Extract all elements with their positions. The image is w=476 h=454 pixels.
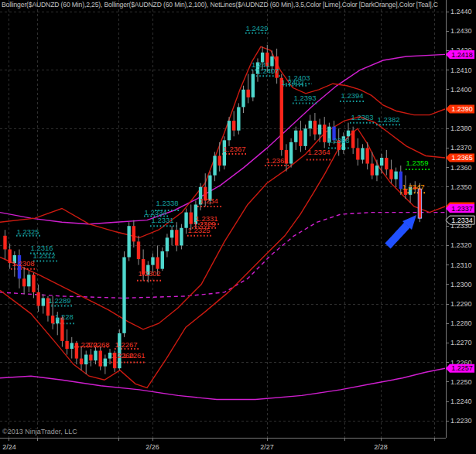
netline-label-teal: 1.2366 bbox=[327, 136, 349, 145]
copyright-label: ©2013 NinjaTrader, LLC bbox=[2, 428, 77, 435]
netline-label-teal: 1.2331 bbox=[151, 216, 173, 224]
candle-body bbox=[371, 164, 374, 176]
candle-body bbox=[385, 158, 388, 169]
price-badge-label: 1.2337 bbox=[451, 205, 473, 213]
candle-body bbox=[218, 155, 221, 166]
chart-plot-area[interactable] bbox=[0, 0, 446, 438]
candle-body bbox=[180, 228, 183, 246]
candle-body bbox=[303, 128, 306, 146]
candle-body bbox=[42, 298, 45, 306]
candle-body bbox=[375, 166, 378, 176]
price-tick-label: 1.2370 bbox=[450, 144, 472, 152]
candle-body bbox=[8, 249, 11, 263]
price-tick-label: 1.2350 bbox=[450, 183, 472, 191]
candle-body bbox=[99, 350, 102, 366]
netline-label-teal: 1.2407 bbox=[256, 67, 279, 75]
candle-body bbox=[27, 275, 30, 286]
netline-label-red: 1.2261 bbox=[122, 351, 145, 360]
candle-body bbox=[190, 213, 193, 224]
candle-body bbox=[270, 56, 273, 67]
candle-body bbox=[356, 148, 359, 159]
price-badge-label: 1.2390 bbox=[451, 105, 473, 113]
candle-body bbox=[104, 359, 107, 367]
candle-body bbox=[294, 131, 297, 142]
candle-body-selected bbox=[418, 189, 421, 218]
price-tick-label: 1.2430 bbox=[450, 27, 472, 35]
candle-body bbox=[3, 236, 6, 250]
candle-body bbox=[137, 241, 140, 259]
price-tick-label: 1.2410 bbox=[450, 67, 472, 74]
price-badge-label: 1.2334 bbox=[451, 217, 473, 224]
candle-body bbox=[213, 155, 216, 175]
candle-body bbox=[389, 169, 392, 179]
price-badge-label: 1.2257 bbox=[451, 364, 473, 372]
time-axis[interactable] bbox=[0, 438, 476, 454]
candle-body bbox=[89, 355, 92, 361]
candle-body bbox=[237, 107, 240, 130]
price-badge-label: 1.2418 bbox=[451, 51, 473, 59]
candle-body bbox=[380, 158, 383, 166]
candle-body bbox=[246, 90, 249, 97]
candle-body bbox=[166, 237, 169, 251]
candle-body bbox=[132, 226, 135, 241]
price-tick-label: 1.2290 bbox=[450, 300, 472, 308]
netline-label-teal: 1.2383 bbox=[351, 113, 373, 121]
candle-body bbox=[394, 172, 397, 179]
price-chart-canvas[interactable]: 1.24291.2411.24071.24031.24021.23931.239… bbox=[0, 0, 476, 454]
netline-label-red: 1.2268 bbox=[87, 340, 109, 349]
candle-body bbox=[36, 292, 39, 306]
netline-label-teal: 1.2289 bbox=[48, 296, 70, 305]
date-label: 2/26 bbox=[146, 443, 159, 451]
netline-label-red: 1.2364 bbox=[307, 148, 330, 156]
candle-body bbox=[156, 258, 159, 269]
candle-body bbox=[151, 258, 154, 265]
candle-body bbox=[280, 78, 283, 150]
candle-body bbox=[70, 343, 74, 349]
candle-body bbox=[175, 230, 178, 245]
netline-label-red: 1.2308 bbox=[12, 259, 34, 268]
candle-body bbox=[252, 74, 255, 97]
candle-body bbox=[22, 278, 26, 286]
date-label: 2/27 bbox=[260, 443, 274, 451]
netline-label-red: 1.2367 bbox=[223, 145, 245, 153]
netline-label-red: 1.2267 bbox=[115, 340, 137, 349]
netline-label-teal: 1.2394 bbox=[341, 91, 363, 100]
candle-body bbox=[365, 148, 368, 163]
netline-label-teal: 1.2393 bbox=[293, 94, 316, 102]
price-badge-label: 1.2365 bbox=[451, 154, 473, 162]
candle-body bbox=[32, 275, 35, 292]
candle-body bbox=[65, 341, 68, 349]
netline-label-orange: 1.2347 bbox=[402, 183, 424, 191]
netline-label-teal: 1.2325 bbox=[16, 227, 39, 236]
candle-body bbox=[80, 359, 83, 365]
price-tick-label: 1.2250 bbox=[450, 378, 472, 386]
candle-body bbox=[318, 125, 321, 135]
indicator-legend: Bollinger($AUDNZD (60 Min),2,25), Bollin… bbox=[2, 1, 476, 10]
candle-body bbox=[232, 121, 235, 131]
netline-label-teal: 1.2312 bbox=[33, 251, 55, 260]
netline-label-teal: 1.228 bbox=[55, 312, 74, 321]
netline-label-red: 1.2325 bbox=[187, 226, 210, 234]
netline-label-red: 1.2361 bbox=[265, 156, 288, 165]
candle-body bbox=[84, 355, 87, 365]
price-tick-label: 1.2310 bbox=[450, 261, 472, 269]
candle-body bbox=[51, 316, 54, 323]
candle-body bbox=[161, 251, 164, 269]
candle-body bbox=[122, 258, 125, 333]
price-tick-label: 1.2360 bbox=[450, 164, 472, 172]
netline-label-teal: 1.2338 bbox=[156, 199, 178, 207]
netline-label-teal: 1.2382 bbox=[377, 115, 399, 124]
candle-body bbox=[170, 230, 173, 237]
date-label: 2/24 bbox=[2, 443, 16, 451]
netline-label-teal: 1.2429 bbox=[245, 24, 268, 32]
candle-body bbox=[323, 125, 326, 142]
price-tick-label: 1.2320 bbox=[450, 241, 472, 249]
price-tick-label: 1.2230 bbox=[450, 417, 472, 425]
netline-label-teal: 1.2402 bbox=[281, 78, 303, 87]
candle-body bbox=[60, 318, 63, 341]
candle-body bbox=[309, 121, 312, 128]
candle-body bbox=[289, 142, 293, 164]
price-tick-label: 1.2270 bbox=[450, 339, 472, 346]
candle-body bbox=[361, 148, 364, 159]
candle-body bbox=[351, 131, 354, 148]
